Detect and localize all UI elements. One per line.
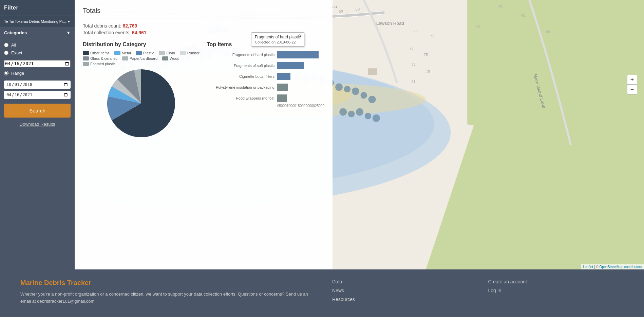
svg-text:69: 69: [414, 30, 418, 34]
bar-fill-2: [277, 73, 290, 80]
map-attribution: Leaflet | © OpenStreetMap contributors: [581, 264, 644, 269]
svg-text:77: 77: [412, 63, 416, 67]
footer-link-resources[interactable]: Resources: [332, 297, 468, 302]
debris-count-value: 82,769: [123, 23, 137, 29]
svg-point-79: [344, 86, 351, 93]
legend-label-cloth: Cloth: [166, 51, 175, 55]
chevron-down-icon: ▼: [67, 20, 71, 23]
bar-chart: Fragments of hard plastic Fragments of s…: [207, 51, 324, 102]
bar-chart-section: Top Items Fragments of hard plastic Frag…: [207, 41, 324, 137]
categories-label: Categories: [4, 30, 27, 35]
svg-point-83: [339, 108, 347, 116]
legend-item-other: Other items: [83, 51, 110, 55]
svg-point-81: [360, 92, 367, 99]
exact-radio-item[interactable]: Exact: [4, 50, 71, 55]
footer: Marine Debris Tracker Whether you're a n…: [0, 269, 644, 317]
svg-point-85: [356, 108, 363, 116]
svg-text:79: 79: [426, 69, 430, 73]
svg-rect-39: [368, 68, 377, 75]
legend-color-rubber: [180, 51, 186, 55]
debris-count-row: Total debris count: 82,769: [83, 23, 324, 29]
footer-link-login[interactable]: Log In: [488, 288, 624, 293]
tooltip-subtitle: Collected on 2019-06-22: [255, 40, 301, 44]
program-label: Te Tai Tokerau Debris Monitoring Pr...: [4, 19, 66, 23]
map-tooltip: ✕ Fragments of hard plastic Collected on…: [251, 32, 304, 47]
svg-text:71: 71: [430, 34, 434, 38]
legend-item-rubber: Rubber: [180, 51, 200, 55]
legend-label-foamed: Foamed plastic: [90, 62, 116, 66]
leaflet-link[interactable]: Leaflet: [583, 265, 593, 269]
tooltip-title: Fragments of hard plastic: [255, 35, 301, 39]
panel-title: Totals: [83, 7, 324, 18]
bar-fill-3: [277, 84, 288, 91]
footer-links-col2: Create an account Log In: [488, 279, 624, 307]
bar-track-1: [277, 62, 324, 69]
legend-color-plastic: [136, 51, 142, 55]
exact-date-section: [0, 59, 75, 71]
legend-label-plastic: Plastic: [143, 51, 154, 55]
footer-brand: Marine Debris Tracker Whether you're a n…: [20, 279, 312, 307]
range-radio-item[interactable]: Range: [4, 71, 71, 76]
svg-text:75: 75: [424, 53, 428, 57]
bar-fill-4: [277, 94, 287, 102]
footer-link-news[interactable]: News: [332, 288, 468, 293]
bar-track-3: [277, 84, 324, 91]
bar-label-1: Fragments of soft plastic: [207, 64, 274, 68]
svg-point-87: [373, 115, 380, 122]
axis-label-4: 20000: [305, 104, 315, 108]
footer-links-col1: Data News Resources: [332, 279, 468, 307]
bar-track-4: [277, 94, 324, 102]
pie-chart-section: Distribution by Category Other items Met…: [83, 41, 200, 137]
legend-label-paper: Paper/cardboard: [130, 56, 157, 60]
zoom-in-button[interactable]: +: [627, 75, 637, 85]
download-results-link[interactable]: Download Results: [0, 122, 75, 127]
openstreetmap-link[interactable]: OpenStreetMap contributors: [599, 265, 642, 269]
svg-point-86: [365, 113, 372, 120]
bar-fill-1: [277, 62, 304, 69]
exact-date-input[interactable]: [4, 60, 71, 67]
svg-text:Lawson Road: Lawson Road: [376, 21, 404, 26]
footer-links-columns: Data News Resources Create an account Lo…: [332, 279, 624, 307]
svg-text:59: 59: [339, 9, 343, 13]
all-radio-item[interactable]: All: [4, 42, 71, 48]
footer-link-create-account[interactable]: Create an account: [488, 279, 624, 284]
exact-radio-input[interactable]: [4, 51, 8, 55]
legend-color-other: [83, 51, 89, 55]
footer-brand-text: Whether you're a non-profit organization…: [20, 291, 312, 305]
legend-color-glass: [83, 56, 89, 60]
range-start-date-input[interactable]: [4, 81, 71, 89]
svg-text:73: 73: [409, 46, 413, 50]
range-radio-input[interactable]: [4, 71, 8, 75]
range-end-date-input[interactable]: [4, 91, 71, 99]
bar-label-2: Cigarette butts, filters: [207, 74, 274, 78]
legend-label-other: Other items: [90, 51, 110, 55]
exact-label: Exact: [11, 50, 22, 55]
search-button[interactable]: Search: [4, 104, 71, 118]
svg-text:28: 28: [476, 25, 480, 29]
bar-row-1: Fragments of soft plastic: [207, 62, 324, 69]
legend-color-foamed: [83, 62, 89, 66]
program-selector[interactable]: Te Tai Tokerau Debris Monitoring Pr... ▼: [0, 16, 75, 27]
svg-text:83: 83: [546, 30, 550, 34]
range-radio-group: Range: [0, 71, 75, 79]
svg-text:81: 81: [412, 80, 416, 84]
legend-item-metal: Metal: [114, 51, 131, 55]
pie-chart-wrapper: [83, 69, 200, 137]
bar-row-2: Cigarette butts, filters: [207, 73, 324, 80]
chart-legend: Other items Metal Plastic Cloth: [83, 51, 200, 66]
legend-item-foamed: Foamed plastic: [83, 62, 116, 66]
footer-link-data[interactable]: Data: [332, 279, 468, 284]
zoom-out-button[interactable]: −: [627, 85, 637, 94]
legend-label-glass: Glass & ceramic: [90, 56, 117, 60]
bar-row-4: Food wrappers (no foil): [207, 94, 324, 102]
bar-axis: 0 5000 10000 15000 20000 25000: [207, 104, 324, 108]
range-label: Range: [11, 71, 24, 76]
legend-color-cloth: [159, 51, 165, 55]
all-radio-input[interactable]: [4, 43, 8, 47]
tooltip-close-button[interactable]: ✕: [299, 33, 302, 38]
categories-section: Categories ▼: [0, 27, 75, 39]
legend-item-plastic: Plastic: [136, 51, 154, 55]
bar-label-4: Food wrappers (no foil): [207, 96, 274, 100]
pie-chart-svg: [107, 69, 175, 137]
distribution-chart-title: Distribution by Category: [83, 41, 200, 48]
